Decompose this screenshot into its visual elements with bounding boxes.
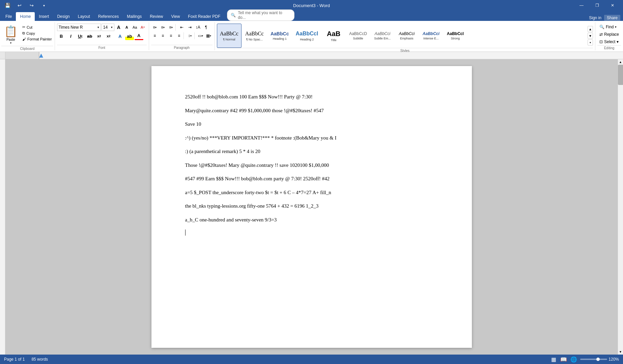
font-size-input[interactable]: 14 ▾ [102, 24, 114, 31]
find-dropdown[interactable]: ▾ [615, 25, 617, 29]
style-subtle-em[interactable]: AaBbCci Subtle Em... [371, 24, 394, 48]
tab-file[interactable]: File [1, 12, 16, 21]
paragraph-3[interactable]: Save 10 [185, 120, 438, 128]
strikethrough-button[interactable]: ab [85, 32, 94, 40]
style-heading1-preview: AaBbCc [271, 31, 289, 37]
tab-layout[interactable]: Layout [74, 12, 94, 21]
increase-indent-button[interactable]: ⇥ [186, 24, 194, 31]
zoom-control[interactable]: 120% [580, 357, 619, 362]
underline-button[interactable]: U▾ [76, 32, 85, 40]
align-center-button[interactable]: ≡ [159, 32, 167, 39]
tab-review[interactable]: Review [146, 12, 167, 21]
superscript-button[interactable]: x2 [104, 32, 113, 40]
numbering-button[interactable]: ≡▾ [159, 24, 167, 31]
multilevel-button[interactable]: ≡▾ [167, 24, 175, 31]
share-button[interactable]: Share [604, 15, 620, 21]
format-painter-button[interactable]: 🖌 Format Painter [21, 36, 53, 42]
scroll-thumb[interactable] [618, 65, 623, 85]
ruler-body[interactable] [5, 52, 623, 59]
read-mode-button[interactable]: 📖 [560, 356, 567, 363]
sign-in-button[interactable]: Sign in [589, 16, 601, 20]
scroll-down-button[interactable]: ▼ [618, 349, 623, 355]
scroll-up-button[interactable]: ▲ [618, 59, 623, 65]
tab-view[interactable]: View [167, 12, 184, 21]
redo-button[interactable]: ↪ [27, 1, 36, 10]
style-normal[interactable]: AaBbCc ¶ Normal [217, 24, 242, 48]
style-title[interactable]: AaB Title [322, 24, 345, 48]
select-button[interactable]: ⊡ Select ▾ [597, 38, 621, 45]
style-heading1[interactable]: AaBbCc Heading 1 [267, 24, 292, 48]
font-grow-button[interactable]: A [115, 24, 122, 31]
paragraph-8[interactable]: a=5 $_POST the_underscore forty-two $t =… [185, 189, 438, 196]
sort-button[interactable]: ↕A [194, 24, 202, 31]
bullets-button[interactable]: ≡▾ [151, 24, 159, 31]
paragraph-4[interactable]: :^) (yes/no) ***VERY IMPORTANT!*** * foo… [185, 134, 438, 142]
cut-button[interactable]: ✂ Cut [21, 24, 53, 30]
text-highlight-button[interactable]: ab [125, 32, 134, 40]
window-controls: — ❐ ✕ [574, 0, 620, 11]
paragraph-7[interactable]: #547 #99 Earn $$$ Now!!! bob@blob.com pa… [185, 175, 438, 183]
tab-insert[interactable]: Insert [35, 12, 53, 21]
paragraph-9[interactable]: the bl_nks typing-lessions.org fifty-one… [185, 202, 438, 210]
subscript-button[interactable]: x2 [95, 32, 104, 40]
style-subtitle[interactable]: AaBbCcD Subtitle [346, 24, 370, 48]
tell-me-box[interactable]: 🔍 Tell me what you want to do... [227, 9, 294, 21]
tab-home[interactable]: Home [16, 12, 35, 21]
close-button[interactable]: ✕ [605, 0, 620, 11]
save-button[interactable]: 💾 [3, 1, 12, 10]
qat-more-button[interactable]: ▾ [39, 1, 49, 10]
paste-dropdown[interactable]: ▾ [10, 41, 11, 44]
align-right-button[interactable]: ≡ [167, 32, 175, 39]
shading-button[interactable]: ▭▾ [197, 32, 204, 39]
vertical-scrollbar[interactable]: ▲ ▼ [618, 59, 623, 355]
styles-scroll-up[interactable]: ▲ [588, 26, 593, 32]
print-layout-button[interactable]: ▦ [550, 356, 557, 363]
paragraph-10[interactable]: a_b_C one-hundred and seventy-seven 9/3=… [185, 216, 438, 224]
clear-formatting-button[interactable]: A✕ [139, 24, 147, 31]
change-case-button[interactable]: Aa [131, 24, 139, 31]
minimize-button[interactable]: — [574, 0, 589, 11]
replace-button[interactable]: ⇄ Replace [597, 31, 621, 38]
font-label: Font [57, 45, 147, 50]
undo-button[interactable]: ↩ [15, 1, 24, 10]
zoom-slider[interactable] [580, 359, 607, 360]
styles-scroll-down[interactable]: ▼ [588, 33, 593, 39]
style-heading2[interactable]: AaBbCcI Heading 2 [292, 24, 321, 48]
paragraph-1[interactable]: 2520off !! bob@blob.com 100 Earn $$$ Now… [185, 93, 438, 101]
zoom-thumb[interactable] [596, 358, 600, 361]
style-no-spacing[interactable]: AaBbCc ¶ No Spac... [242, 24, 267, 48]
copy-button[interactable]: ⧉ Copy [21, 30, 53, 36]
paste-button[interactable]: 📋 Paste ▾ [1, 24, 20, 46]
style-emphasis[interactable]: AaBbCci Emphasis [395, 24, 419, 48]
tab-design[interactable]: Design [53, 12, 74, 21]
scroll-track[interactable] [618, 65, 623, 349]
style-intense-em[interactable]: AaBbCci Intense E... [419, 24, 443, 48]
borders-button[interactable]: ▦▾ [205, 32, 213, 39]
bold-button[interactable]: B [57, 32, 66, 40]
style-strong[interactable]: AaBbCcI Strong [444, 24, 467, 48]
font-color-button[interactable]: A [135, 32, 143, 40]
paragraph-6[interactable]: Those !@#$20taxes! Mary @quite.contrary … [185, 161, 438, 169]
style-heading2-label: Heading 2 [300, 38, 314, 41]
show-paragraph-button[interactable]: ¶ [202, 24, 210, 31]
restore-button[interactable]: ❐ [589, 0, 605, 11]
line-spacing-button[interactable]: ↕▾ [186, 32, 194, 39]
font-shrink-button[interactable]: A [123, 24, 131, 31]
web-layout-button[interactable]: 🌐 [570, 356, 577, 363]
document-area[interactable]: 2520off !! bob@blob.com 100 Earn $$$ Now… [5, 59, 618, 355]
tab-foxit[interactable]: Foxit Reader PDF [184, 12, 224, 21]
font-name-input[interactable]: Times New R ▾ [57, 24, 101, 31]
justify-button[interactable]: ≡ [175, 32, 183, 39]
styles-more[interactable]: ▾ [588, 39, 593, 46]
text-effects-button[interactable]: A [116, 32, 124, 40]
document-page[interactable]: 2520off !! bob@blob.com 100 Earn $$$ Now… [151, 66, 472, 348]
paragraph-5[interactable]: :) (a parenthetical remark) 5 * 4 is 20 [185, 148, 438, 155]
cursor-paragraph[interactable] [185, 230, 438, 236]
tab-references[interactable]: References [94, 12, 123, 21]
paragraph-2[interactable]: Mary@quite.contrary #42 #99 $1,000,000 t… [185, 107, 438, 115]
find-button[interactable]: 🔍 Find ▾ [597, 24, 619, 30]
tab-mailings[interactable]: Mailings [123, 12, 146, 21]
italic-button[interactable]: I [66, 32, 75, 40]
align-left-button[interactable]: ≡ [151, 32, 159, 39]
decrease-indent-button[interactable]: ⇤ [178, 24, 186, 31]
